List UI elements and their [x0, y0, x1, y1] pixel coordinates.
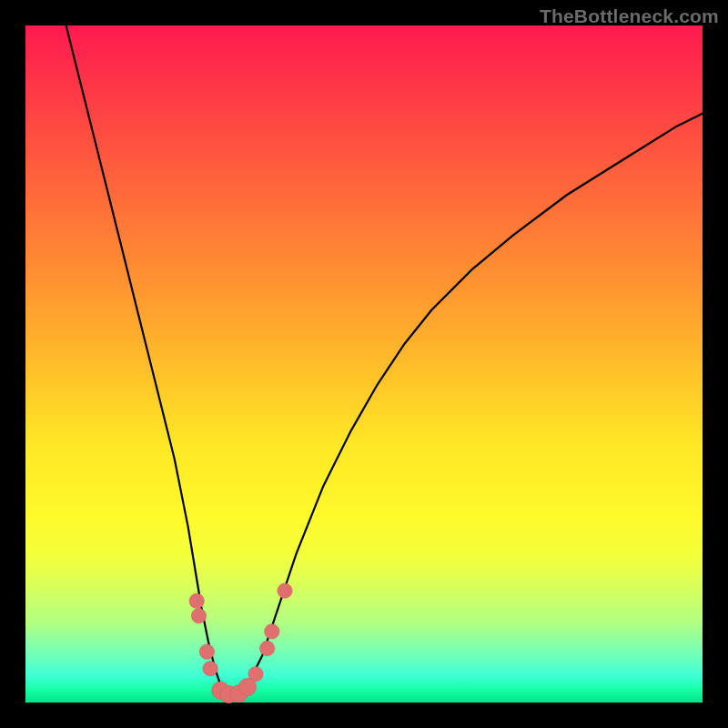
watermark-text: TheBottleneck.com: [540, 5, 719, 27]
chart-svg: [25, 25, 703, 703]
chart-frame: TheBottleneck.com: [0, 0, 728, 728]
curve-marker: [259, 641, 274, 655]
curve-marker: [203, 662, 217, 676]
plot-area: [25, 25, 703, 703]
curve-marker: [265, 624, 279, 639]
curve-marker: [248, 667, 263, 682]
bottleneck-curve: [66, 25, 703, 696]
curve-marker: [189, 593, 204, 608]
curve-markers: [189, 583, 292, 703]
curve-marker: [199, 644, 214, 659]
curve-marker: [278, 583, 292, 598]
curve-marker: [191, 609, 206, 623]
